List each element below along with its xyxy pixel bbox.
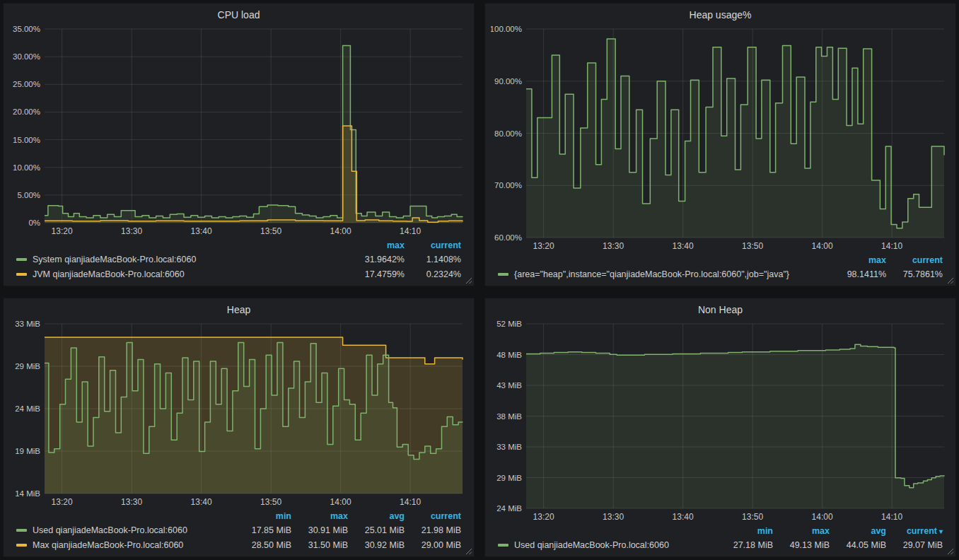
legend-col-header-avg[interactable]: avg: [830, 526, 886, 536]
non-heap-chart[interactable]: 13:2013:3013:4013:5014:0014:1052 MiB48 M…: [491, 318, 950, 523]
legend-series-row: Max qianjiadeMacBook-Pro.local:606028.50…: [16, 537, 461, 552]
legend-col-header-avg[interactable]: avg: [348, 511, 405, 521]
series-color-swatch[interactable]: [16, 273, 27, 276]
panel-title[interactable]: CPU load: [9, 6, 468, 23]
panel-resize-handle[interactable]: [947, 548, 954, 555]
legend-col-header-max[interactable]: max: [773, 526, 830, 536]
y-tick-label: 100.00%: [491, 25, 522, 33]
series-name-text: Used qianjiadeMacBook-Pro.local:6060: [33, 525, 187, 535]
legend-series-label[interactable]: Max qianjiadeMacBook-Pro.local:6060: [16, 540, 235, 550]
sort-caret-icon: ▾: [939, 527, 943, 535]
panel-title[interactable]: Heap usage%: [491, 6, 950, 23]
legend-value: 98.1411%: [830, 269, 886, 279]
x-tick-label: 13:50: [260, 497, 281, 507]
y-tick-label: 5.00%: [17, 191, 40, 199]
chart-canvas[interactable]: 13:2013:3013:4013:5014:0014:10100.00%90.…: [491, 23, 950, 252]
x-tick-label: 13:20: [52, 497, 73, 507]
series-color-swatch[interactable]: [16, 544, 27, 547]
x-tick-label: 14:10: [881, 241, 902, 251]
x-tick-label: 13:30: [603, 512, 624, 522]
chart-canvas[interactable]: 13:2013:3013:4013:5014:0014:1052 MiB48 M…: [491, 318, 950, 523]
legend-value: 31.50 MiB: [291, 540, 348, 550]
series-fill-0: [526, 344, 944, 508]
x-tick-label: 13:30: [603, 241, 624, 251]
y-tick-label: 48 MiB: [496, 351, 522, 359]
y-tick-label: 52 MiB: [496, 320, 522, 328]
legend-col-header-current[interactable]: current: [405, 240, 461, 250]
legend-value: 49.13 MiB: [773, 540, 830, 550]
legend-value: 44.05 MiB: [830, 540, 886, 550]
x-tick-label: 13:50: [742, 512, 763, 522]
legend-series-label[interactable]: {area="heap",instance="qianjiadeMacBook-…: [498, 269, 830, 279]
y-tick-label: 24 MiB: [496, 504, 522, 513]
legend-value: 1.1408%: [405, 255, 461, 264]
legend-series-row: System qianjiadeMacBook-Pro.local:606031…: [16, 252, 461, 267]
x-tick-label: 13:40: [673, 512, 694, 522]
legend-series-row: Used qianjiadeMacBook-Pro.local:606017.8…: [16, 523, 461, 537]
series-fill-0: [45, 46, 463, 223]
legend-value: 17.4759%: [348, 269, 405, 279]
series-color-swatch[interactable]: [16, 258, 27, 261]
panel-title[interactable]: Heap: [9, 301, 468, 318]
y-axis: 35.00%30.00%25.00%20.00%15.00%10.00%5.00…: [13, 25, 463, 227]
cpu-load-legend: maxcurrentSystem qianjiadeMacBook-Pro.lo…: [9, 238, 468, 283]
y-tick-label: 33 MiB: [15, 320, 40, 328]
legend-value: 29.07 MiB: [886, 540, 943, 550]
x-tick-label: 13:30: [121, 226, 142, 236]
heap-usage-chart[interactable]: 13:2013:3013:4013:5014:0014:10100.00%90.…: [491, 23, 950, 252]
y-tick-label: 30.00%: [13, 52, 40, 61]
series-fill-1: [45, 126, 463, 223]
x-tick-label: 13:40: [191, 226, 212, 236]
legend-value: 29.00 MiB: [405, 540, 461, 550]
x-tick-label: 13:40: [673, 241, 694, 251]
panel-resize-handle[interactable]: [465, 548, 472, 555]
x-tick-label: 13:30: [121, 497, 142, 507]
panel-resize-handle[interactable]: [465, 277, 472, 284]
x-tick-label: 13:20: [533, 512, 554, 522]
heap-usage-legend: maxcurrent{area="heap",instance="qianjia…: [491, 252, 950, 283]
x-tick-label: 13:20: [533, 241, 554, 251]
heap-chart[interactable]: 13:2013:3013:4013:5014:0014:1033 MiB29 M…: [9, 318, 468, 508]
legend-col-header-current[interactable]: current: [405, 511, 461, 521]
legend-col-header-min[interactable]: min: [235, 511, 291, 521]
legend-series-label[interactable]: Used qianjiadeMacBook-Pro.local:6060: [16, 525, 235, 535]
y-tick-label: 0%: [28, 218, 40, 227]
legend-col-header-max[interactable]: max: [291, 511, 348, 521]
panel-title[interactable]: Non Heap: [491, 301, 950, 318]
y-tick-label: 43 MiB: [496, 381, 522, 390]
legend-value: 30.91 MiB: [291, 525, 348, 535]
cpu-load-chart[interactable]: 13:2013:3013:4013:5014:0014:1035.00%30.0…: [9, 23, 468, 238]
legend-series-row: JVM qianjiadeMacBook-Pro.local:606017.47…: [16, 267, 461, 281]
chart-canvas[interactable]: 13:2013:3013:4013:5014:0014:1033 MiB29 M…: [9, 318, 468, 508]
non-heap-legend: minmaxavgcurrent▾Used qianjiadeMacBook-P…: [491, 523, 950, 554]
legend-series-label[interactable]: Used qianjiadeMacBook-Pro.local:6060: [498, 540, 716, 550]
legend-value: 21.98 MiB: [405, 525, 461, 535]
panel-non-heap: Non Heap 13:2013:3013:4013:5014:0014:105…: [484, 298, 956, 557]
legend-col-header-current[interactable]: current: [886, 255, 943, 265]
series-name-text: System qianjiadeMacBook-Pro.local:6060: [33, 255, 196, 264]
series-color-swatch[interactable]: [16, 529, 27, 532]
legend-col-header-current[interactable]: current▾: [886, 526, 943, 536]
legend-col-header-min[interactable]: min: [716, 526, 773, 536]
legend-series-label[interactable]: System qianjiadeMacBook-Pro.local:6060: [16, 255, 348, 264]
y-tick-label: 24 MiB: [15, 404, 40, 413]
series-name-text: {area="heap",instance="qianjiadeMacBook-…: [514, 269, 789, 279]
x-tick-label: 13:40: [191, 497, 212, 507]
y-tick-label: 35.00%: [13, 25, 40, 33]
legend-value: 25.01 MiB: [348, 525, 405, 535]
series-line-1: [45, 126, 463, 222]
legend-col-header-max[interactable]: max: [348, 240, 405, 250]
x-axis: 13:2013:3013:4013:5014:0014:10: [52, 29, 422, 236]
legend-series-label[interactable]: JVM qianjiadeMacBook-Pro.local:6060: [16, 269, 348, 279]
legend-col-header-max[interactable]: max: [830, 255, 886, 265]
series-color-swatch[interactable]: [498, 273, 508, 276]
chart-canvas[interactable]: 13:2013:3013:4013:5014:0014:1035.00%30.0…: [9, 23, 468, 238]
series-name-text: Used qianjiadeMacBook-Pro.local:6060: [514, 540, 669, 550]
panel-resize-handle[interactable]: [947, 277, 954, 284]
y-tick-label: 90.00%: [494, 77, 522, 86]
y-tick-label: 38 MiB: [496, 412, 522, 421]
y-tick-label: 33 MiB: [496, 443, 522, 451]
legend-header-row: minmaxavgcurrent: [16, 510, 461, 523]
series-color-swatch[interactable]: [498, 544, 508, 547]
y-tick-label: 14 MiB: [15, 489, 40, 498]
